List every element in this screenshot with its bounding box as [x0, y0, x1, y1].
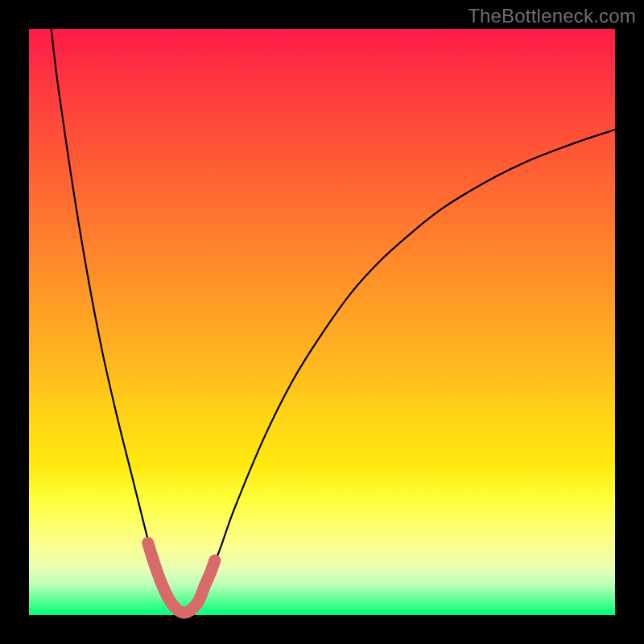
highlight-segment	[148, 543, 215, 613]
curve-layer	[29, 29, 615, 615]
watermark-text: TheBottleneck.com	[468, 5, 636, 27]
bottleneck-curve	[52, 29, 615, 613]
chart-frame: TheBottleneck.com	[0, 0, 644, 644]
plot-area	[29, 29, 615, 615]
